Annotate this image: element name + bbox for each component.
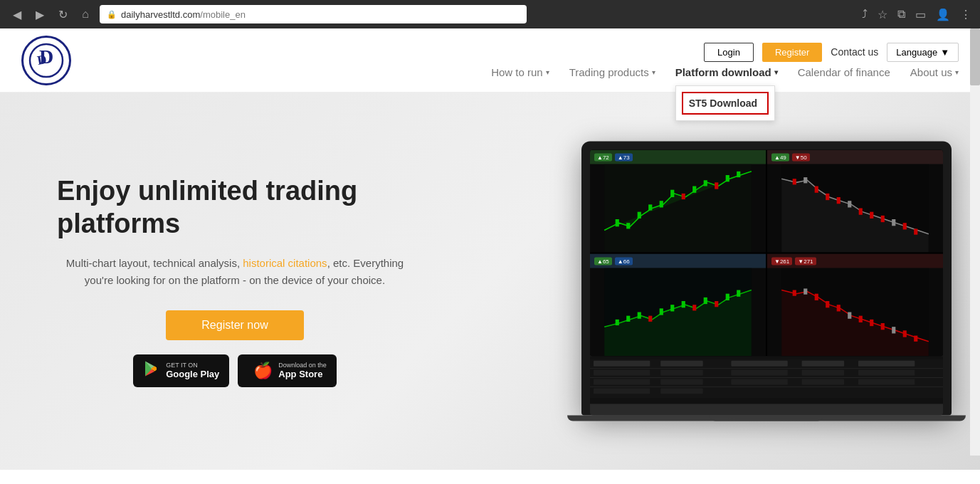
svg-rect-15 xyxy=(737,172,740,177)
scrollbar[interactable] xyxy=(970,28,980,456)
svg-rect-11 xyxy=(692,186,696,193)
window-icon[interactable]: ▭ xyxy=(915,8,926,21)
nav-label-about-us: About us xyxy=(910,66,952,78)
laptop: ▲72 ▲73 xyxy=(581,142,952,421)
header-top-row: Login Register Contact us Language ▼ xyxy=(704,43,959,62)
refresh-button[interactable]: ↻ xyxy=(54,8,71,21)
svg-rect-5 xyxy=(626,223,630,228)
login-button[interactable]: Login xyxy=(704,43,754,62)
nav-item-about-us[interactable]: About us ▾ xyxy=(910,66,959,78)
browser-actions: ⤴ ☆ ⧉ ▭ 👤 ⋮ xyxy=(862,8,971,21)
svg-rect-4 xyxy=(616,219,619,226)
chart-body-br xyxy=(767,268,943,357)
svg-rect-75 xyxy=(660,388,703,394)
home-button[interactable]: ⌂ xyxy=(77,8,94,21)
laptop-screen-outer: ▲72 ▲73 xyxy=(581,142,952,416)
register-now-button[interactable]: Register now xyxy=(166,310,303,340)
svg-rect-61 xyxy=(731,361,787,367)
chart-panel-top-left: ▲72 ▲73 xyxy=(590,150,766,253)
svg-rect-23 xyxy=(859,209,863,215)
svg-rect-48 xyxy=(848,312,851,319)
back-button[interactable]: ◀ xyxy=(9,8,26,21)
browser-chrome: ◀ ▶ ↻ ⌂ 🔒 dailyharvestltd.com /mobile_en… xyxy=(0,0,980,28)
chart-label-271: ▼271 xyxy=(795,257,816,265)
svg-rect-33 xyxy=(648,316,652,322)
nav-caret-trading-products: ▾ xyxy=(652,68,655,76)
svg-rect-14 xyxy=(726,175,729,182)
svg-rect-67 xyxy=(802,370,845,376)
address-bar[interactable]: 🔒 dailyharvestltd.com /mobile_en xyxy=(100,5,527,23)
google-play-text: GET IT ON Google Play xyxy=(166,362,219,379)
svg-rect-41 xyxy=(737,290,740,297)
svg-rect-34 xyxy=(660,308,663,315)
profile-icon[interactable]: 👤 xyxy=(936,8,950,21)
svg-rect-62 xyxy=(802,361,845,367)
google-play-sub: GET IT ON xyxy=(166,362,219,369)
hero-laptop-image: ▲72 ▲73 xyxy=(581,142,952,421)
svg-rect-40 xyxy=(726,294,729,300)
nav-item-how-to-run[interactable]: How to run ▾ xyxy=(491,66,549,78)
svg-rect-3 xyxy=(604,164,752,253)
app-store-button[interactable]: 🍎 Download on the App Store xyxy=(238,354,337,387)
svg-rect-26 xyxy=(892,219,895,226)
chart-label-66: ▲66 xyxy=(615,257,633,265)
svg-rect-46 xyxy=(826,301,829,307)
svg-rect-59 xyxy=(594,361,650,367)
svg-rect-21 xyxy=(837,197,841,204)
svg-rect-27 xyxy=(903,223,907,229)
more-icon[interactable]: ⋮ xyxy=(960,8,971,21)
chart-body-bl xyxy=(590,268,766,357)
app-store-text: Download on the App Store xyxy=(278,362,327,379)
svg-rect-60 xyxy=(660,361,703,367)
svg-rect-9 xyxy=(670,190,674,197)
scrollbar-thumb[interactable] xyxy=(970,28,980,85)
bookmark-icon[interactable]: ☆ xyxy=(878,8,887,21)
svg-rect-44 xyxy=(804,288,807,294)
register-button[interactable]: Register xyxy=(762,43,822,62)
logo: D D xyxy=(21,36,71,85)
share-icon[interactable]: ⤴ xyxy=(862,8,868,21)
svg-rect-7 xyxy=(648,204,652,210)
chart-header-br: ▼261 ▼271 xyxy=(767,254,943,268)
language-selector[interactable]: Language ▼ xyxy=(887,43,959,62)
hero-subtitle-highlight: historical citations xyxy=(243,257,327,269)
svg-rect-53 xyxy=(903,330,907,337)
header-right: Login Register Contact us Language ▼ How… xyxy=(491,43,959,78)
extensions-icon[interactable]: ⧉ xyxy=(897,8,905,21)
laptop-base xyxy=(590,404,943,416)
google-play-label: Google Play xyxy=(166,369,219,379)
url-path: /mobile_en xyxy=(200,9,246,20)
svg-rect-47 xyxy=(837,305,841,311)
svg-rect-30 xyxy=(616,320,619,325)
svg-rect-19 xyxy=(815,186,818,193)
nav-caret-how-to-run: ▾ xyxy=(546,68,549,76)
chart-panel-top-right: ▲49 ▼50 xyxy=(767,150,943,253)
svg-rect-25 xyxy=(881,216,885,222)
chart-label-49: ▲49 xyxy=(771,153,789,161)
laptop-screen: ▲72 ▲73 xyxy=(590,150,943,357)
chart-panel-bottom-right: ▼261 ▼271 xyxy=(767,254,943,357)
contact-us-link[interactable]: Contact us xyxy=(831,46,878,58)
svg-rect-73 xyxy=(858,379,915,384)
svg-rect-49 xyxy=(859,316,863,322)
google-play-icon xyxy=(143,360,160,382)
forward-button[interactable]: ▶ xyxy=(31,8,48,21)
st5-download-item[interactable]: ST5 Download xyxy=(682,92,769,115)
platform-download-dropdown: ST5 Download xyxy=(675,85,775,121)
nav-label-trading-products: Trading products xyxy=(569,66,649,78)
hero-content: Enjoy unlimited trading platforms Multi-… xyxy=(57,175,413,386)
hero-section: Enjoy unlimited trading platforms Multi-… xyxy=(0,93,980,470)
svg-rect-65 xyxy=(660,370,703,376)
hero-subtitle-part1: Multi-chart layout, technical analysis, xyxy=(66,257,243,269)
google-play-button[interactable]: GET IT ON Google Play xyxy=(133,354,229,387)
chart-header-bl: ▲65 ▲66 xyxy=(590,254,766,268)
app-store-label: App Store xyxy=(278,369,327,379)
nav-item-platform-download[interactable]: Platform download ▾ ST5 Download xyxy=(675,66,778,78)
svg-rect-64 xyxy=(594,370,650,376)
url-domain: dailyharvestltd.com xyxy=(121,9,200,20)
svg-rect-38 xyxy=(704,298,707,304)
logo-container: D D xyxy=(21,36,71,85)
nav-item-calendar-of-finance[interactable]: Calendar of finance xyxy=(798,66,890,78)
nav-item-trading-products[interactable]: Trading products ▾ xyxy=(569,66,655,78)
hero-subtitle: Multi-chart layout, technical analysis, … xyxy=(57,255,413,289)
